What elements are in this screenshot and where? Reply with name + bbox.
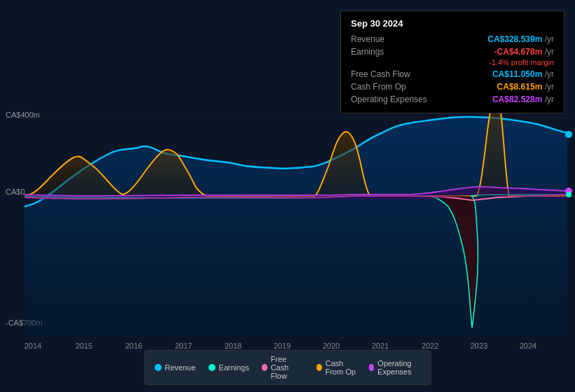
revenue-dot — [154, 364, 161, 371]
legend-cashop-label: Cash From Op — [325, 359, 356, 376]
opex-dot — [368, 364, 374, 371]
svg-text:2020: 2020 — [323, 342, 340, 350]
legend-cashop: Cash From Op — [317, 359, 356, 376]
svg-text:2021: 2021 — [372, 342, 389, 350]
legend-revenue-label: Revenue — [165, 363, 195, 372]
svg-text:2016: 2016 — [125, 342, 142, 350]
cashop-value: CA$8.615m /yr — [497, 82, 554, 92]
fcf-label: Free Cash Flow — [351, 69, 442, 79]
svg-text:2019: 2019 — [274, 342, 291, 350]
legend-revenue: Revenue — [154, 363, 195, 372]
earnings-row: Earnings -CA$4.678m /yr — [351, 46, 554, 58]
fcf-dot — [262, 364, 268, 371]
revenue-label: Revenue — [351, 34, 442, 44]
legend-fcf: Free Cash Flow — [262, 355, 304, 380]
svg-text:2015: 2015 — [76, 342, 92, 350]
legend-earnings-label: Earnings — [219, 363, 249, 372]
opex-label: Operating Expenses — [351, 94, 442, 104]
chart-legend: Revenue Earnings Free Cash Flow Cash Fro… — [144, 350, 431, 385]
legend-opex: Operating Expenses — [368, 359, 420, 376]
svg-text:2024: 2024 — [520, 342, 536, 350]
info-box: Sep 30 2024 Revenue CA$328.539m /yr Earn… — [340, 10, 564, 113]
revenue-value: CA$328.539m /yr — [487, 34, 554, 44]
date-header: Sep 30 2024 — [351, 18, 554, 29]
legend-earnings: Earnings — [208, 363, 249, 372]
svg-text:2023: 2023 — [471, 342, 487, 350]
cashop-label: Cash From Op — [351, 82, 442, 92]
earnings-value: -CA$4.678m /yr — [494, 47, 554, 57]
svg-text:2017: 2017 — [175, 342, 192, 350]
opex-row: Operating Expenses CA$82.528m /yr — [351, 93, 554, 106]
cashop-dot — [317, 364, 322, 371]
svg-text:2022: 2022 — [422, 342, 438, 350]
earnings-dot — [208, 364, 215, 371]
svg-text:2014: 2014 — [25, 342, 41, 350]
fcf-row: Free Cash Flow CA$11.050m /yr — [351, 68, 554, 80]
fcf-value: CA$11.050m /yr — [492, 69, 554, 79]
revenue-row: Revenue CA$328.539m /yr — [351, 33, 554, 46]
legend-fcf-label: Free Cash Flow — [270, 355, 303, 380]
legend-opex-label: Operating Expenses — [377, 359, 421, 376]
svg-text:2018: 2018 — [225, 342, 242, 350]
opex-value: CA$82.528m /yr — [492, 94, 554, 104]
svg-point-13 — [565, 131, 572, 138]
cashop-row: Cash From Op CA$8.615m /yr — [351, 80, 554, 93]
earnings-label: Earnings — [351, 47, 442, 57]
svg-point-15 — [566, 192, 571, 197]
profit-margin: -1.4% profit margin — [351, 58, 554, 68]
